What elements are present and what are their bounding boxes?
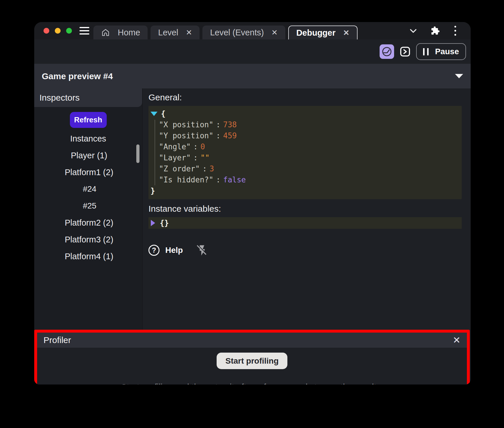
tree-item[interactable]: Platform2 (2) (34, 214, 142, 231)
traffic-lights (43, 28, 72, 34)
profiler-body: Start profiling Start profiling and then… (37, 348, 467, 385)
start-profiling-button[interactable]: Start profiling (217, 353, 287, 369)
app-window: Home Level ✕ Level (Events) ✕ Debugger ✕ (34, 22, 471, 385)
json-row: "X position":738 (148, 119, 462, 130)
json-row: "Is hidden?":false (148, 174, 462, 185)
tab-level-events[interactable]: Level (Events) ✕ (202, 26, 285, 39)
indent-guide (155, 120, 155, 185)
tree-item-label: #24 (83, 184, 97, 194)
scrollbar-thumb[interactable] (136, 144, 139, 163)
json-key: "Angle" (159, 142, 191, 151)
debugger-toolbar: Pause (34, 39, 471, 64)
tab-label: Home (118, 28, 140, 37)
inspectors-title: Inspectors (39, 93, 79, 103)
tab-label: Level (Events) (210, 28, 264, 37)
variables-bar: {} (148, 217, 462, 229)
json-row: "Y position":459 (148, 130, 462, 141)
json-value: 459 (223, 131, 237, 140)
tree-item[interactable]: Instances (34, 130, 142, 147)
extensions-puzzle-icon[interactable] (431, 26, 440, 35)
profiler-message: Start profiling and then stop it after a… (37, 382, 467, 385)
zoom-window-button[interactable] (66, 28, 72, 34)
console-icon[interactable] (399, 46, 411, 57)
tree-item-label: #25 (83, 201, 97, 211)
main-content: Inspectors Refresh Instances Player (1) … (34, 88, 471, 385)
tab-debugger[interactable]: Debugger ✕ (288, 26, 358, 39)
variables-value: {} (160, 219, 169, 227)
pause-icon (423, 48, 429, 55)
json-key: "Z order" (159, 164, 200, 173)
tab-label: Level (158, 28, 178, 37)
home-icon (101, 28, 110, 37)
tab-home[interactable]: Home (93, 26, 148, 39)
preview-title: Game preview #4 (42, 71, 113, 81)
instances-tree: Instances Player (1) Platform1 (2) #24 (34, 130, 142, 265)
tree-item[interactable]: Platform3 (2) (34, 231, 142, 248)
json-value: 3 (210, 164, 214, 173)
json-value: 0 (200, 142, 205, 151)
tree-item[interactable]: #24 (34, 181, 142, 197)
close-brace: } (151, 186, 155, 195)
titlebar: Home Level ✕ Level (Events) ✕ Debugger ✕ (34, 22, 471, 39)
json-row: "Z order":3 (148, 163, 462, 174)
help-label: Help (165, 246, 183, 255)
tree-item[interactable]: Platform4 (1) (34, 248, 142, 265)
profiler-header: Profiler ✕ (37, 333, 467, 348)
minimize-window-button[interactable] (55, 28, 61, 34)
json-row: "Angle":0 (148, 141, 462, 152)
chevron-down-icon[interactable] (409, 26, 418, 35)
close-window-button[interactable] (43, 28, 49, 34)
profiler-panel: Profiler ✕ Start profiling Start profili… (34, 330, 470, 385)
json-key: "Y position" (159, 131, 213, 140)
open-brace: { (161, 109, 166, 118)
flash-off-icon[interactable] (196, 244, 209, 257)
json-value: "" (200, 153, 209, 162)
tree-item-label: Platform3 (2) (65, 235, 113, 244)
collapse-triangle-icon[interactable] (151, 112, 157, 116)
tree-item-label: Platform4 (1) (65, 252, 113, 261)
json-key: "Layer" (159, 153, 191, 162)
preview-header[interactable]: Game preview #4 (34, 64, 471, 88)
tab-close-icon[interactable]: ✕ (271, 29, 278, 36)
tree-item-label: Platform2 (2) (65, 218, 113, 228)
help-row: ? Help (148, 244, 471, 257)
refresh-button[interactable]: Refresh (70, 112, 107, 128)
preview-chevron-icon[interactable] (455, 74, 463, 78)
instance-variables-title: Instance variables: (148, 204, 471, 214)
tree-item-label: Player (1) (71, 151, 107, 160)
pause-button[interactable]: Pause (416, 43, 466, 60)
tab-close-icon[interactable]: ✕ (186, 29, 192, 36)
profiler-close-icon[interactable]: ✕ (453, 335, 461, 345)
tree-item[interactable]: Player (1) (34, 147, 142, 164)
json-viewer: { "X position":738 "Y position":459 "Ang… (148, 106, 462, 199)
tab-level[interactable]: Level ✕ (151, 26, 200, 39)
profiler-toggle-button[interactable] (380, 44, 394, 59)
tab-close-icon[interactable]: ✕ (343, 29, 349, 37)
profiler-title: Profiler (43, 335, 71, 345)
json-row: "Layer":"" (148, 152, 462, 163)
expand-triangle-icon[interactable] (151, 220, 155, 226)
gauge-icon (381, 46, 393, 57)
json-key: "X position" (159, 120, 213, 129)
json-value: 738 (223, 120, 237, 129)
tab-label: Debugger (296, 28, 336, 38)
json-value: false (223, 175, 246, 184)
tree-item[interactable]: #25 (34, 197, 142, 214)
tree-item-label: Instances (70, 134, 106, 144)
general-section-title: General: (148, 93, 471, 102)
json-key: "Is hidden?" (159, 175, 213, 184)
pause-label: Pause (435, 47, 459, 56)
titlebar-right-actions (409, 25, 458, 36)
tab-bar: Home Level ✕ Level (Events) ✕ Debugger ✕ (93, 26, 358, 39)
kebab-menu-icon[interactable] (453, 25, 458, 36)
inspectors-header: Inspectors (34, 88, 142, 107)
help-icon[interactable]: ? (148, 245, 159, 256)
menu-icon[interactable] (79, 27, 89, 35)
tree-item[interactable]: Platform1 (2) (34, 164, 142, 181)
tree-item-label: Platform1 (2) (65, 168, 113, 177)
